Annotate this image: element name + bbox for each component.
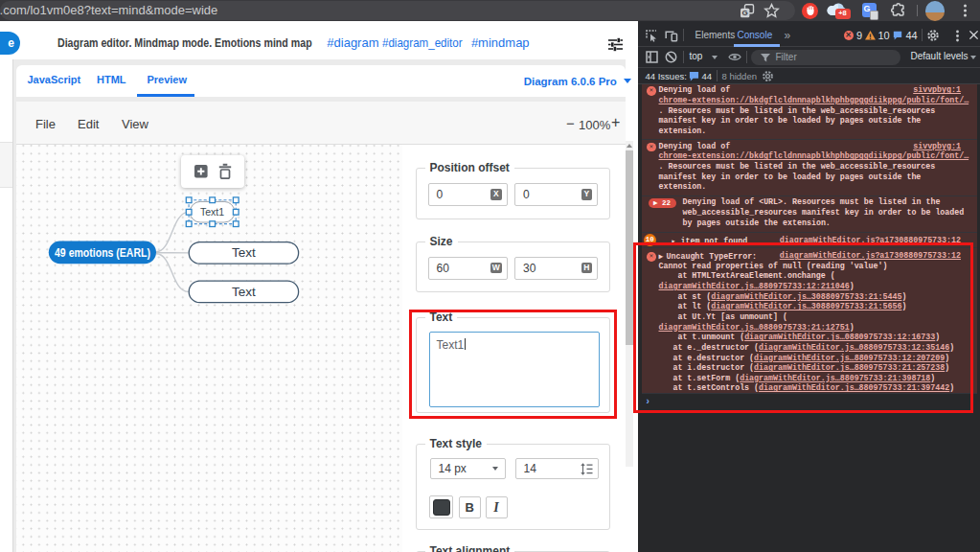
svg-text:G: G <box>741 9 747 17</box>
svg-text:Text1: Text1 <box>200 206 224 218</box>
svg-text:Text: Text <box>232 284 256 298</box>
svg-text:Text: Text <box>232 245 256 260</box>
svg-text:49 emotions (EARL): 49 emotions (EARL) <box>55 245 150 259</box>
